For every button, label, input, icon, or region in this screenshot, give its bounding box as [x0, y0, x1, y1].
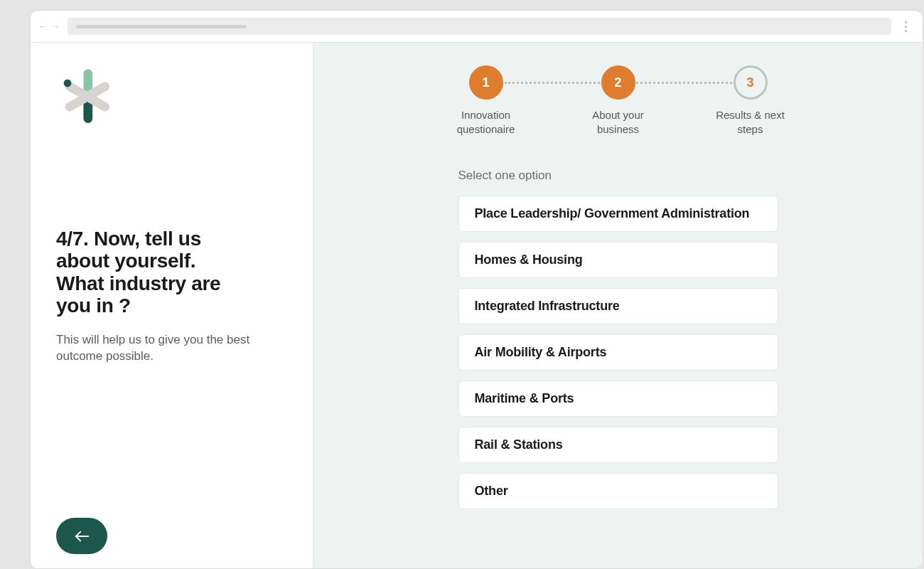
stepper: 1 Innovation questionaire 2 About your b… — [419, 65, 817, 136]
option-integrated-infrastructure[interactable]: Integrated Infrastructure — [458, 288, 778, 324]
stepper-connector — [505, 82, 604, 84]
option-place-leadership[interactable]: Place Leadership/ Government Administrat… — [458, 196, 778, 232]
question-subtitle: This will help us to give you the best o… — [56, 332, 255, 365]
option-homes-housing[interactable]: Homes & Housing — [458, 242, 778, 278]
step-3: 3 Results & next steps — [684, 65, 817, 136]
right-panel: 1 Innovation questionaire 2 About your b… — [313, 43, 923, 568]
brand-logo-icon — [55, 64, 119, 128]
left-panel: 4/7. Now, tell us about yourself. What i… — [31, 43, 313, 568]
step-1-number: 1 — [469, 65, 503, 100]
nav-back-icon[interactable]: ← — [38, 21, 48, 31]
options-list: Place Leadership/ Government Administrat… — [458, 196, 778, 509]
kebab-menu-icon[interactable] — [898, 21, 913, 32]
option-rail-stations[interactable]: Rail & Stations — [458, 427, 778, 463]
step-3-number: 3 — [734, 65, 768, 100]
step-2: 2 About your business — [552, 65, 684, 136]
arrow-left-icon — [74, 530, 90, 543]
step-2-label: About your business — [576, 108, 661, 136]
url-bar[interactable] — [68, 18, 891, 35]
back-button[interactable] — [56, 518, 107, 554]
question-title: 4/7. Now, tell us about yourself. What i… — [56, 228, 234, 317]
step-3-label: Results & next steps — [708, 108, 793, 136]
nav-forward-icon[interactable]: → — [50, 21, 60, 31]
svg-point-4 — [64, 80, 72, 87]
option-air-mobility[interactable]: Air Mobility & Airports — [458, 334, 778, 371]
url-placeholder — [76, 25, 247, 28]
option-maritime-ports[interactable]: Maritime & Ports — [458, 381, 778, 417]
browser-topbar: ← → — [31, 11, 923, 43]
step-2-number: 2 — [601, 65, 635, 100]
select-prompt: Select one option — [458, 169, 778, 183]
browser-frame: ← → 4/7. Now, tell us about yourself. W — [30, 10, 923, 569]
option-other[interactable]: Other — [458, 473, 778, 509]
step-1-label: Innovation questionaire — [444, 108, 529, 136]
step-1: 1 Innovation questionaire — [420, 65, 552, 136]
stepper-connector — [633, 82, 732, 84]
